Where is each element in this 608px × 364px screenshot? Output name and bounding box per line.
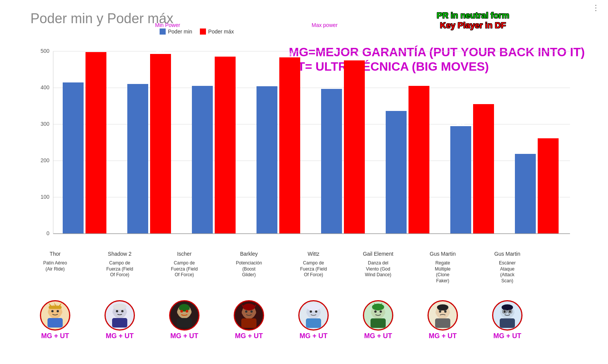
svg-point-97 xyxy=(509,310,511,313)
svg-text:404: 404 xyxy=(263,80,271,86)
svg-rect-58 xyxy=(241,318,256,328)
legend-max-label: Poder máx xyxy=(208,28,234,35)
svg-point-77 xyxy=(372,304,384,310)
svg-text:355: 355 xyxy=(479,98,488,104)
move-ischer: Campo deFuerza (FieldOf Force) xyxy=(152,260,217,284)
mg-ut-tag-ischer: MG + UT xyxy=(170,332,198,340)
more-options-dots[interactable]: ⋮ xyxy=(592,3,600,12)
svg-text:405: 405 xyxy=(415,80,423,85)
svg-text:400: 400 xyxy=(41,84,50,90)
player-name-ischer: Ischer xyxy=(152,251,217,257)
svg-point-88 xyxy=(447,310,450,315)
svg-point-46 xyxy=(121,310,124,312)
svg-point-35 xyxy=(51,310,54,312)
pr-label: PR in neutral form xyxy=(437,11,509,21)
min-power-label: Min Power xyxy=(155,22,180,28)
svg-marker-39 xyxy=(59,303,62,307)
svg-text:493: 493 xyxy=(156,48,165,54)
player-name-gus2: Gus Martin xyxy=(475,251,540,257)
svg-rect-92 xyxy=(500,318,515,328)
move-gus2: EscánerAtaque(AttackScan) xyxy=(475,260,540,284)
svg-text:500: 500 xyxy=(41,48,50,54)
avatar-thor xyxy=(40,300,70,331)
svg-point-96 xyxy=(504,310,506,313)
legend-min: Poder min xyxy=(160,28,192,35)
bar-shadow2-min xyxy=(127,84,148,234)
svg-text:300: 300 xyxy=(41,121,50,127)
move-shadow2: Campo deFuerza (FieldOf Force) xyxy=(87,260,152,284)
svg-text:484: 484 xyxy=(285,51,294,57)
svg-point-81 xyxy=(382,310,385,315)
svg-point-63 xyxy=(253,310,256,315)
svg-point-87 xyxy=(435,310,439,315)
svg-rect-41 xyxy=(112,318,127,328)
svg-point-80 xyxy=(371,310,374,315)
svg-text:486: 486 xyxy=(221,51,229,56)
avatar-cell-thor: MG + UT xyxy=(23,300,87,340)
chart-legend: Poder min Poder máx xyxy=(160,28,234,35)
svg-point-71 xyxy=(306,310,309,315)
bar-thor-max xyxy=(86,52,106,234)
svg-text:337: 337 xyxy=(392,105,400,111)
svg-text:200: 200 xyxy=(41,157,50,163)
svg-point-33 xyxy=(59,310,62,314)
avatar-ischer xyxy=(169,300,200,331)
player-name-shadow2: Shadow 2 xyxy=(87,251,152,257)
bar-wittz-max xyxy=(344,60,365,234)
bar-thor-min xyxy=(63,82,84,234)
svg-point-65 xyxy=(250,310,253,313)
avatars-row: MG + UT MG + UT xyxy=(23,300,578,340)
svg-point-36 xyxy=(57,310,59,312)
mg-ut-tag-gus1: MG + UT xyxy=(429,332,457,340)
bar-gail-min xyxy=(386,111,407,234)
avatar-gus1 xyxy=(428,300,458,331)
bar-barkley-max xyxy=(279,57,300,234)
move-wittz: Campo deFuerza (FieldOf Force) xyxy=(281,260,346,284)
player-name-gus1: Gus Martin xyxy=(410,251,475,257)
svg-point-55 xyxy=(177,310,180,314)
bar-barkley-min xyxy=(256,86,277,234)
bar-ischer-min xyxy=(192,86,213,234)
svg-rect-48 xyxy=(177,318,192,328)
legend-max-box xyxy=(200,28,206,35)
move-barkley: Potenciación(BoostGlider) xyxy=(217,260,281,284)
avatar-gus2 xyxy=(492,300,522,331)
svg-point-56 xyxy=(188,310,192,314)
svg-rect-31 xyxy=(48,318,63,328)
bar-gail-max xyxy=(408,86,429,234)
player-name-thor: Thor xyxy=(23,251,87,257)
avatar-cell-gail: MG + UT xyxy=(346,300,410,340)
svg-point-90 xyxy=(444,310,446,313)
svg-rect-85 xyxy=(435,318,450,328)
svg-point-42 xyxy=(112,310,116,314)
avatar-gail xyxy=(363,300,393,331)
move-thor: Patín Aéreo(Air Ride) xyxy=(23,260,87,284)
svg-text:261: 261 xyxy=(544,132,552,138)
max-power-label: Max power xyxy=(312,22,337,28)
bar-shadow2-max xyxy=(150,54,171,234)
svg-text:415: 415 xyxy=(69,76,77,82)
svg-text:295: 295 xyxy=(456,120,465,126)
player-names-row: Thor Shadow 2 Ischer Barkley Wittz Gail … xyxy=(23,251,578,257)
svg-point-68 xyxy=(307,303,320,311)
legend-min-label: Poder min xyxy=(168,28,192,35)
svg-text:476: 476 xyxy=(350,54,358,60)
bar-gus1-min xyxy=(450,126,471,234)
bar-gus1-max xyxy=(473,104,494,234)
kp-label: Key Player in DF xyxy=(437,21,509,30)
svg-point-54 xyxy=(186,310,188,313)
svg-point-53 xyxy=(180,310,183,313)
legend-max: Poder máx xyxy=(200,28,234,35)
svg-point-64 xyxy=(245,310,247,313)
move-gail: Danza delViento (GodWind Dance) xyxy=(346,260,410,284)
player-name-gail: Gail Element xyxy=(346,251,410,257)
svg-point-44 xyxy=(113,304,127,310)
player-name-barkley: Barkley xyxy=(217,251,281,257)
avatar-cell-gus2: MG + UT xyxy=(475,300,540,340)
avatar-cell-barkley: MG + UT xyxy=(217,300,281,340)
avatar-shadow2 xyxy=(104,300,135,331)
mg-ut-tag-barkley: MG + UT xyxy=(235,332,263,340)
avatar-cell-gus1: MG + UT xyxy=(410,300,475,340)
mg-ut-tag-gail: MG + UT xyxy=(364,332,392,340)
bar-chart-svg: 0 100 200 300 400 500 415 498 410 493 40… xyxy=(23,40,578,253)
